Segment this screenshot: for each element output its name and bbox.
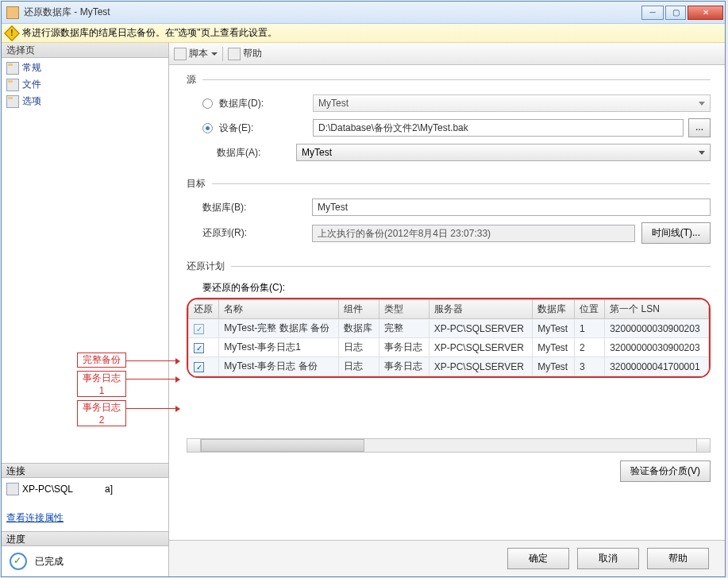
restore-to-label: 还原到(R): [202,226,312,240]
table-row[interactable]: MyTest-事务日志1 日志 事务日志 XP-PC\SQLSERVER MyT… [189,338,709,357]
maximize-button[interactable]: ▢ [665,6,686,20]
device-label: 设备(E): [219,121,313,135]
target-db-input[interactable] [312,198,711,216]
window-title: 还原数据库 - MyTest [24,6,641,19]
progress-done-icon [10,553,27,570]
warning-icon [4,25,20,41]
backup-sets-label: 要还原的备份集(C): [202,281,711,295]
sidebar-item-label: 选项 [22,94,41,108]
annotation-callouts: 完整备份 事务日志1 事务日志2 [77,353,126,430]
database-a-select[interactable]: MyTest [296,144,711,161]
table-row[interactable]: MyTest-事务日志 备份 日志 事务日志 XP-PC\SQLSERVER M… [189,357,709,376]
progress-header: 进度 [2,531,168,546]
restore-checkbox[interactable] [194,362,204,372]
col-type[interactable]: 类型 [379,300,429,319]
radio-device[interactable] [202,123,213,133]
target-db-label: 数据库(B): [202,201,312,214]
minimize-button[interactable]: ─ [641,6,664,20]
restore-checkbox[interactable] [194,343,204,353]
script-button[interactable]: 脚本 [189,47,208,60]
connection-text: XP-PC\SQL [22,484,73,495]
restore-to-value: 上次执行的备份(2012年8月4日 23:07:33) [312,225,635,242]
source-group: 源 数据库(D): MyTest 设备(E): ... 数据库(A): [187,73,711,168]
select-page-header: 选择页 [2,43,168,58]
device-path-input[interactable] [313,119,684,137]
source-title: 源 [187,73,196,87]
plan-group: 还原计划 要还原的备份集(C): 还原 名称 组件 类型 服务器 [187,260,711,522]
col-restore[interactable]: 还原 [189,300,219,319]
timeline-button[interactable]: 时间线(T)... [641,222,711,244]
connection-info: XP-PC\SQL a] [2,478,168,500]
col-name[interactable]: 名称 [219,300,339,319]
target-title: 目标 [187,177,206,191]
dialog-footer: 确定 取消 帮助 [169,540,725,576]
script-dropdown[interactable] [210,48,218,60]
col-position[interactable]: 位置 [574,300,604,319]
ok-button[interactable]: 确定 [507,548,569,569]
restore-checkbox[interactable] [194,324,204,334]
page-icon [6,95,19,108]
callout-full-backup: 完整备份 [77,353,126,368]
sidebar-item-label: 常规 [22,61,41,75]
col-first-lsn[interactable]: 第一个 LSN [605,300,709,319]
target-group: 目标 数据库(B): 还原到(R): 上次执行的备份(2012年8月4日 23:… [187,177,711,250]
help-icon [228,48,241,60]
table-row[interactable]: MyTest-完整 数据库 备份 数据库 完整 XP-PC\SQLSERVER … [189,319,709,338]
backup-sets-grid: 还原 名称 组件 类型 服务器 数据库 位置 第一个 LSN [187,298,711,378]
page-icon [6,62,19,75]
col-server[interactable]: 服务器 [429,300,532,319]
col-component[interactable]: 组件 [338,300,379,319]
cancel-button[interactable]: 取消 [577,548,639,569]
help-button[interactable]: 帮助 [243,47,262,60]
source-database-select: MyTest [313,94,711,112]
connection-suffix: a] [105,484,113,495]
sidebar-item-general[interactable]: 常规 [2,60,168,76]
progress-body: 已完成 [2,546,168,576]
toolbar: 脚本 帮助 [169,43,725,65]
info-message: 将进行源数据库的结尾日志备份。在"选项"页上查看此设置。 [22,26,277,40]
browse-button[interactable]: ... [688,118,711,137]
view-connection-link[interactable]: 查看连接属性 [6,511,168,525]
scroll-right-arrow[interactable] [696,439,710,452]
plan-title: 还原计划 [187,260,225,273]
page-icon [6,79,19,91]
radio-database[interactable] [202,98,213,109]
app-icon [6,6,19,19]
database-label: 数据库(D): [219,97,313,110]
connection-header: 连接 [2,463,168,478]
callout-txnlog1: 事务日志1 [77,371,126,397]
horizontal-scrollbar[interactable] [187,438,711,453]
help-button[interactable]: 帮助 [647,548,709,569]
sidebar-item-label: 文件 [22,78,41,91]
left-pane: 选择页 常规 文件 选项 完整备份 事务日志1 事务日志2 [2,43,169,576]
close-button[interactable]: ✕ [688,6,723,20]
scroll-left-arrow[interactable] [187,439,201,452]
script-icon [174,48,187,60]
right-pane: 脚本 帮助 源 数据库(D): MyTest 设备 [169,43,725,576]
col-database[interactable]: 数据库 [533,300,575,319]
progress-text: 已完成 [35,555,64,568]
sidebar-item-files[interactable]: 文件 [2,76,168,93]
window: 还原数据库 - MyTest ─ ▢ ✕ 将进行源数据库的结尾日志备份。在"选项… [1,1,726,577]
callout-txnlog2: 事务日志2 [77,400,126,426]
sidebar-item-options[interactable]: 选项 [2,93,168,110]
info-bar: 将进行源数据库的结尾日志备份。在"选项"页上查看此设置。 [2,24,725,43]
titlebar: 还原数据库 - MyTest ─ ▢ ✕ [2,2,725,24]
database-a-label: 数据库(A): [217,146,296,160]
server-icon [6,483,19,495]
verify-media-button[interactable]: 验证备份介质(V) [620,460,711,482]
scroll-thumb[interactable] [201,439,364,452]
